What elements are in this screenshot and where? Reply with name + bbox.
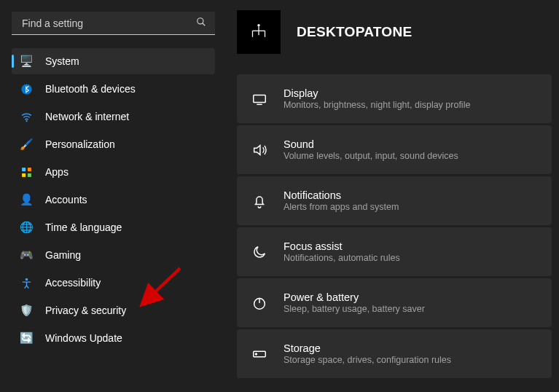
- nav-list: 🖥️SystemBluetooth & devicesNetwork & int…: [12, 48, 215, 351]
- search-input[interactable]: [20, 17, 196, 30]
- nav-label: Windows Update: [45, 332, 122, 344]
- svg-rect-14: [254, 95, 266, 102]
- nav-label: Gaming: [45, 249, 81, 261]
- search-box[interactable]: [12, 12, 215, 35]
- nav-item-gaming[interactable]: 🎮Gaming: [12, 242, 215, 268]
- search-icon: [196, 17, 206, 29]
- sound-icon: [250, 142, 269, 158]
- svg-point-3: [26, 120, 27, 122]
- 🌐-icon: 🌐: [19, 221, 34, 234]
- bell-icon: [250, 193, 269, 209]
- tile-display[interactable]: DisplayMonitors, brightness, night light…: [237, 74, 552, 123]
- nav-label: Network & internet: [45, 111, 129, 122]
- svg-rect-5: [27, 168, 31, 171]
- svg-rect-6: [22, 173, 26, 176]
- tile-title: Power & battery: [284, 291, 425, 303]
- tile-title: Notifications: [284, 189, 399, 201]
- svg-rect-7: [27, 173, 31, 176]
- account-header: DESKTOPATONE: [237, 10, 552, 54]
- nav-label: Accessibility: [45, 277, 101, 289]
- nav-item-privacy-security[interactable]: 🛡️Privacy & security: [12, 297, 215, 324]
- tile-power-battery[interactable]: Power & batterySleep, battery usage, bat…: [237, 278, 552, 327]
- 🔄-icon: 🔄: [19, 332, 34, 345]
- svg-line-1: [203, 23, 206, 26]
- wifi-icon: [19, 111, 34, 123]
- nav-label: System: [45, 55, 79, 67]
- nav-label: Time & language: [45, 222, 122, 233]
- bt-icon: [19, 83, 34, 95]
- tile-subtitle: Storage space, drives, configuration rul…: [284, 355, 451, 365]
- tile-title: Storage: [284, 342, 451, 354]
- nav-item-windows-update[interactable]: 🔄Windows Update: [12, 325, 215, 351]
- settings-app: 🖥️SystemBluetooth & devicesNetwork & int…: [0, 0, 559, 392]
- nav-label: Bluetooth & devices: [45, 83, 136, 95]
- storage-icon: [250, 346, 269, 362]
- nav-label: Personalization: [45, 138, 115, 150]
- nav-item-apps[interactable]: Apps: [12, 159, 215, 185]
- tile-storage[interactable]: StorageStorage space, drives, configurat…: [237, 329, 552, 378]
- 🖌️-icon: 🖌️: [19, 138, 34, 151]
- nav-label: Accounts: [45, 194, 87, 205]
- 🛡️-icon: 🛡️: [19, 304, 34, 317]
- apps-icon: [19, 166, 34, 179]
- power-icon: [250, 295, 269, 311]
- nav-item-bluetooth-devices[interactable]: Bluetooth & devices: [12, 76, 215, 102]
- tile-sound[interactable]: SoundVolume levels, output, input, sound…: [237, 125, 552, 174]
- sidebar: 🖥️SystemBluetooth & devicesNetwork & int…: [0, 0, 222, 392]
- tile-notifications[interactable]: NotificationsAlerts from apps and system: [237, 176, 552, 225]
- tile-focus-assist[interactable]: Focus assistNotifications, automatic rul…: [237, 227, 552, 276]
- tile-subtitle: Notifications, automatic rules: [284, 253, 400, 263]
- display-icon: [250, 91, 269, 107]
- tile-subtitle: Sleep, battery usage, battery saver: [284, 304, 425, 314]
- svg-point-9: [257, 24, 259, 26]
- nav-label: Privacy & security: [45, 305, 126, 316]
- 🖥️-icon: 🖥️: [19, 55, 34, 68]
- svg-point-8: [25, 278, 28, 281]
- tile-title: Sound: [284, 138, 458, 150]
- settings-tiles: DisplayMonitors, brightness, night light…: [237, 74, 552, 378]
- nav-item-system[interactable]: 🖥️System: [12, 48, 215, 74]
- tile-title: Display: [284, 87, 470, 99]
- nav-item-time-language[interactable]: 🌐Time & language: [12, 214, 215, 240]
- svg-rect-4: [22, 168, 26, 171]
- tile-subtitle: Alerts from apps and system: [284, 202, 399, 212]
- 👤-icon: 👤: [19, 193, 34, 206]
- main-pane: DESKTOPATONE DisplayMonitors, brightness…: [222, 0, 559, 392]
- hostname: DESKTOPATONE: [297, 24, 412, 40]
- 🎮-icon: 🎮: [19, 248, 34, 262]
- tile-subtitle: Volume levels, output, input, sound devi…: [284, 151, 458, 161]
- nav-item-accounts[interactable]: 👤Accounts: [12, 187, 215, 213]
- nav-label: Apps: [45, 166, 69, 178]
- svg-point-2: [21, 84, 31, 94]
- moon-icon: [250, 244, 269, 260]
- svg-point-0: [198, 18, 203, 24]
- acc-icon: [19, 277, 34, 289]
- nav-item-accessibility[interactable]: Accessibility: [12, 270, 215, 296]
- tile-title: Focus assist: [284, 240, 400, 252]
- avatar[interactable]: [237, 10, 281, 54]
- nav-item-personalization[interactable]: 🖌️Personalization: [12, 131, 215, 157]
- tile-subtitle: Monitors, brightness, night light, displ…: [284, 100, 470, 110]
- nav-item-network-internet[interactable]: Network & internet: [12, 103, 215, 130]
- svg-point-19: [256, 353, 257, 355]
